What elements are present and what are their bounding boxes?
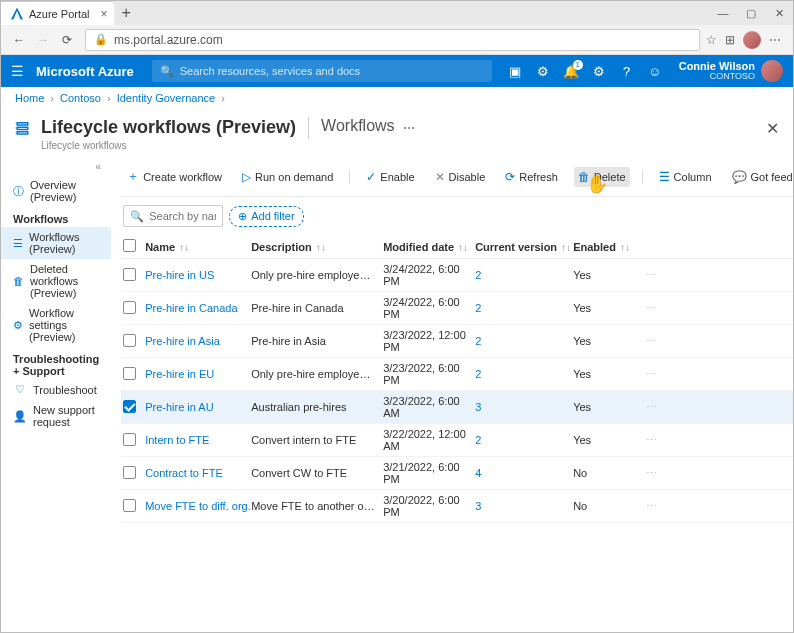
- workflow-name-link[interactable]: Pre-hire in Canada: [145, 302, 237, 314]
- workflow-name-link[interactable]: Pre-hire in Asia: [145, 335, 220, 347]
- row-checkbox[interactable]: [123, 334, 136, 347]
- col-version[interactable]: Current version↑↓: [475, 241, 573, 253]
- row-more-icon[interactable]: ⋯: [635, 269, 667, 282]
- row-version-link[interactable]: 2: [475, 368, 481, 380]
- nav-back-icon[interactable]: ←: [7, 28, 31, 52]
- refresh-button[interactable]: ⟳ Refresh: [501, 167, 562, 187]
- workflow-name-link[interactable]: Pre-hire in US: [145, 269, 214, 281]
- new-tab-button[interactable]: +: [114, 4, 139, 22]
- row-checkbox[interactable]: [123, 400, 136, 413]
- global-search-input[interactable]: [180, 65, 484, 77]
- browser-tab[interactable]: Azure Portal ×: [1, 1, 114, 25]
- row-checkbox[interactable]: [123, 301, 136, 314]
- chat-icon: 💬: [732, 170, 747, 184]
- row-enabled: No: [573, 467, 635, 479]
- search-input[interactable]: [149, 210, 216, 222]
- window-maximize-icon[interactable]: ▢: [737, 1, 765, 25]
- feedback-button[interactable]: 💬 Got feedback?: [728, 167, 794, 187]
- breadcrumb-home[interactable]: Home: [15, 92, 44, 104]
- row-checkbox[interactable]: [123, 268, 136, 281]
- cloud-shell-icon[interactable]: ▣: [501, 64, 529, 79]
- row-version-link[interactable]: 3: [475, 500, 481, 512]
- page-subtitle: Lifecycle workflows: [41, 140, 296, 151]
- svg-rect-2: [17, 132, 28, 134]
- directory-icon[interactable]: ⚙: [529, 64, 557, 79]
- col-modified[interactable]: Modified date↑↓: [383, 241, 475, 253]
- table-row[interactable]: Intern to FTEConvert intern to FTE3/22/2…: [121, 424, 793, 457]
- select-all-checkbox[interactable]: [123, 239, 136, 252]
- row-enabled: Yes: [573, 401, 635, 413]
- workflow-name-link[interactable]: Contract to FTE: [145, 467, 223, 479]
- help-icon[interactable]: ?: [613, 64, 641, 79]
- collections-icon[interactable]: ⊞: [725, 33, 735, 47]
- row-version-link[interactable]: 2: [475, 302, 481, 314]
- col-name[interactable]: Name↑↓: [145, 241, 251, 253]
- table-row[interactable]: Pre-hire in CanadaPre-hire in Canada3/24…: [121, 292, 793, 325]
- disable-button[interactable]: ✕ Disable: [431, 167, 490, 187]
- lock-icon: 🔒: [94, 33, 108, 46]
- global-search[interactable]: 🔍: [152, 60, 492, 82]
- row-more-icon[interactable]: ⋯: [635, 401, 667, 414]
- row-more-icon[interactable]: ⋯: [635, 467, 667, 480]
- search-by-name[interactable]: 🔍: [123, 205, 223, 227]
- row-checkbox[interactable]: [123, 499, 136, 512]
- workflow-name-link[interactable]: Pre-hire in AU: [145, 401, 213, 413]
- breadcrumb-identity-governance[interactable]: Identity Governance: [117, 92, 215, 104]
- toolbar-label: Got feedback?: [751, 171, 794, 183]
- row-checkbox[interactable]: [123, 367, 136, 380]
- row-modified: 3/24/2022, 6:00 PM: [383, 296, 475, 320]
- row-checkbox[interactable]: [123, 466, 136, 479]
- table-row[interactable]: Contract to FTEConvert CW to FTE3/21/202…: [121, 457, 793, 490]
- workflow-name-link[interactable]: Move FTE to diff. org.: [145, 500, 251, 512]
- notifications-icon[interactable]: 🔔1: [557, 64, 585, 79]
- sidebar-overview[interactable]: ⓘ Overview (Preview): [1, 175, 111, 207]
- row-version-link[interactable]: 2: [475, 269, 481, 281]
- sidebar-workflows[interactable]: ☰ Workflows (Preview): [1, 227, 111, 259]
- delete-button[interactable]: 🗑 Delete ✋: [574, 167, 630, 187]
- column-button[interactable]: ☰ Column: [655, 167, 716, 187]
- table-row[interactable]: Pre-hire in AsiaPre-hire in Asia3/23/202…: [121, 325, 793, 358]
- row-version-link[interactable]: 2: [475, 335, 481, 347]
- blade-more-icon[interactable]: ⋯: [403, 121, 415, 135]
- blade-close-icon[interactable]: ✕: [766, 119, 779, 138]
- workflow-name-link[interactable]: Pre-hire in EU: [145, 368, 214, 380]
- nav-refresh-icon[interactable]: ⟳: [55, 28, 79, 52]
- row-version-link[interactable]: 4: [475, 467, 481, 479]
- favorite-icon[interactable]: ☆: [706, 33, 717, 47]
- table-row[interactable]: Pre-hire in AUAustralian pre-hires3/23/2…: [121, 391, 793, 424]
- tab-close-icon[interactable]: ×: [101, 7, 108, 21]
- sidebar-settings[interactable]: ⚙ Workflow settings (Preview): [1, 303, 111, 347]
- window-minimize-icon[interactable]: —: [709, 1, 737, 25]
- row-more-icon[interactable]: ⋯: [635, 335, 667, 348]
- sidebar-collapse-icon[interactable]: «: [96, 161, 102, 172]
- breadcrumb-contoso[interactable]: Contoso: [60, 92, 101, 104]
- browser-profile-avatar[interactable]: [743, 31, 761, 49]
- sidebar-troubleshoot[interactable]: ♡ Troubleshoot: [1, 379, 111, 400]
- table-row[interactable]: Pre-hire in EUOnly pre-hire employees in…: [121, 358, 793, 391]
- user-menu[interactable]: Connie Wilson CONTOSO: [669, 60, 783, 82]
- row-more-icon[interactable]: ⋯: [635, 434, 667, 447]
- row-version-link[interactable]: 3: [475, 401, 481, 413]
- table-row[interactable]: Pre-hire in USOnly pre-hire employees in…: [121, 259, 793, 292]
- enable-button[interactable]: ✓ Enable: [362, 167, 418, 187]
- add-filter-button[interactable]: ⊕ Add filter: [229, 206, 303, 227]
- col-enabled[interactable]: Enabled↑↓: [573, 241, 635, 253]
- run-on-demand-button[interactable]: ▷ Run on demand: [238, 167, 337, 187]
- table-row[interactable]: Move FTE to diff. org.Move FTE to anothe…: [121, 490, 793, 523]
- row-more-icon[interactable]: ⋯: [635, 368, 667, 381]
- feedback-icon[interactable]: ☺: [641, 64, 669, 79]
- row-version-link[interactable]: 2: [475, 434, 481, 446]
- workflow-name-link[interactable]: Intern to FTE: [145, 434, 209, 446]
- sidebar-deleted[interactable]: 🗑 Deleted workflows (Preview): [1, 259, 111, 303]
- url-input[interactable]: 🔒 ms.portal.azure.com: [85, 29, 700, 51]
- row-more-icon[interactable]: ⋯: [635, 302, 667, 315]
- col-description[interactable]: Description↑↓: [251, 241, 383, 253]
- hamburger-icon[interactable]: ☰: [11, 63, 24, 79]
- sidebar-support[interactable]: 👤 New support request: [1, 400, 111, 432]
- create-workflow-button[interactable]: ＋ Create workflow: [123, 165, 226, 188]
- settings-icon[interactable]: ⚙: [585, 64, 613, 79]
- row-checkbox[interactable]: [123, 433, 136, 446]
- row-more-icon[interactable]: ⋯: [635, 500, 667, 513]
- browser-more-icon[interactable]: ⋯: [769, 33, 781, 47]
- window-close-icon[interactable]: ✕: [765, 1, 793, 25]
